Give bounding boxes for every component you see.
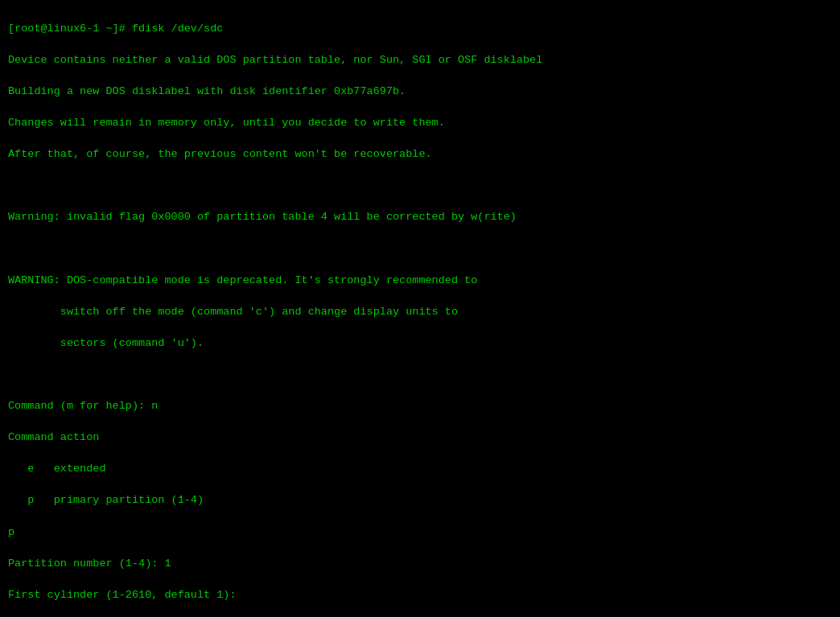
terminal-line-16: p primary partition (1-4)	[8, 492, 832, 508]
terminal-line-1: [root@linux6-1 ~]# fdisk /dev/sdc	[8, 21, 832, 37]
terminal-line-8	[8, 241, 832, 257]
terminal-line-15: e extended	[8, 461, 832, 477]
terminal-line-9: WARNING: DOS-compatible mode is deprecat…	[8, 273, 832, 289]
terminal-line-11: sectors (command 'u').	[8, 335, 832, 352]
terminal-line-3: Building a new DOS disklabel with disk i…	[8, 84, 832, 100]
terminal-line-18: Partition number (1-4): 1	[8, 556, 832, 572]
terminal-line-4: Changes will remain in memory only, unti…	[8, 115, 832, 131]
terminal-line-13: Command (m for help): n	[8, 398, 832, 414]
terminal-line-6	[8, 178, 832, 194]
terminal-window[interactable]: [root@linux6-1 ~]# fdisk /dev/sdc Device…	[0, 0, 840, 617]
terminal-line-14: Command action	[8, 430, 832, 446]
terminal-line-5: After that, of course, the previous cont…	[8, 146, 832, 162]
terminal-line-2: Device contains neither a valid DOS part…	[8, 52, 832, 68]
terminal-line-12	[8, 367, 832, 383]
terminal-line-10: switch off the mode (command 'c') and ch…	[8, 304, 832, 320]
terminal-line-7: Warning: invalid flag 0x0000 of partitio…	[8, 209, 832, 225]
terminal-line-19: First cylinder (1-2610, default 1):	[8, 587, 832, 603]
terminal-line-17: p	[8, 524, 832, 541]
